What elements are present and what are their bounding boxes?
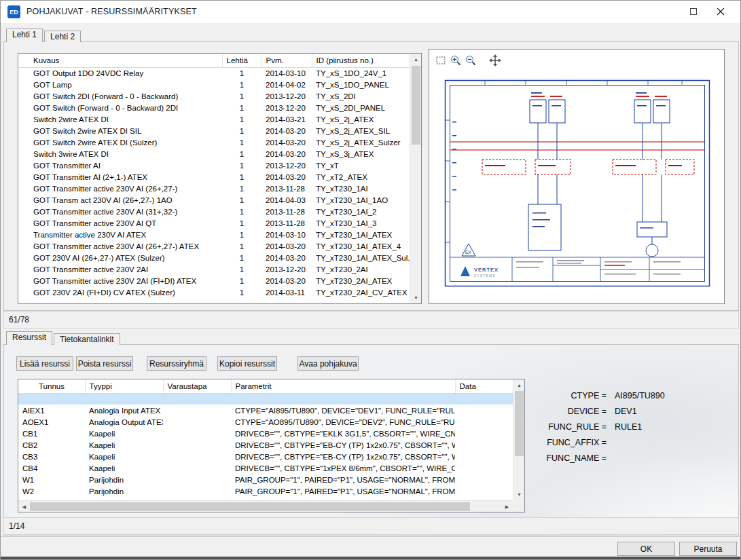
table-row[interactable]: GOT Switch (Forward - 0 - Backward) 2DI1…	[18, 102, 411, 113]
cell-kuvaus: Transmitter active 230V AI ATEX	[18, 229, 222, 240]
table-row[interactable]: Switch 3wire ATEX DI12014-03-20TY_xS_3j_…	[18, 148, 411, 160]
cell-kuvaus: GOT 230V 2AI (FI+DI) CV ATEX (Sulzer)	[18, 286, 222, 298]
scroll-right-icon[interactable]: ▶	[501, 501, 513, 512]
ok-button[interactable]: OK	[617, 542, 675, 556]
column-header-varaustapa[interactable]: Varaustapa	[163, 379, 231, 393]
cell-lehtia: 1	[222, 125, 261, 136]
detail-key: DEVICE =	[539, 407, 607, 416]
scrollbar-thumb[interactable]	[30, 502, 470, 511]
cell-kuvaus: GOT Transmitter active 230V 2AI	[18, 263, 222, 275]
column-header-parametrit[interactable]: Parametrit	[231, 379, 455, 393]
zoom-window-icon[interactable]	[433, 53, 448, 68]
tab-resurssit[interactable]: Resurssit	[6, 331, 52, 345]
zoom-in-icon[interactable]	[448, 53, 463, 68]
cell-tyyppi: Analogia Input ATEX	[85, 405, 163, 416]
cell-id: TY_xT230_2AI_ATEX	[312, 275, 411, 286]
cell-parametrit: CTYPE="AI895/TU890", DEVICE="DEV1", FUNC…	[231, 405, 455, 416]
table-row[interactable]: GOT Switch 2wire ATEX DI (Sulzer)12014-0…	[18, 136, 411, 148]
zoom-out-icon[interactable]	[463, 53, 478, 68]
table-row[interactable]: Transmitter active 230V AI ATEX12014-03-…	[18, 229, 411, 240]
open-template-button[interactable]: Avaa pohjakuva	[297, 356, 359, 371]
table-row[interactable]: GOT Transmitter active 230V AI (31+,32-)…	[18, 206, 411, 217]
column-header-lehtia[interactable]: Lehtiä	[222, 54, 261, 67]
pan-icon[interactable]	[488, 53, 503, 68]
detail-row: FUNC_RULE =RULE1	[539, 419, 737, 434]
cell-pvm: 2014-03-20	[261, 252, 312, 263]
table-row[interactable]: CB2KaapeliDRIVECB="", CBTYPE="EB-CY (TP)…	[18, 439, 514, 451]
column-header-tunnus[interactable]: Tunnus	[18, 379, 85, 393]
table-row[interactable]: W1ParijohdinPAIR_GROUP="1", PAIRED="P1",…	[18, 474, 514, 485]
tab-lehti-2[interactable]: Lehti 2	[44, 31, 81, 42]
detail-key: CTYPE =	[539, 391, 607, 400]
cell-pvm: 2014-03-20	[261, 125, 312, 136]
table-row[interactable]: AOEX1Analogia Output ATEXCTYPE="AO895/TU…	[18, 416, 514, 428]
add-resource-button[interactable]: Lisää resurssi	[16, 356, 73, 371]
cell-id: TY_xS_3j_ATEX	[312, 148, 411, 160]
cell-parametrit	[231, 393, 455, 405]
table-row[interactable]: CB1KaapeliDRIVECB="", CBTYPE="EKLK 3G1,5…	[18, 428, 514, 439]
table-row[interactable]: W2ParijohdinPAIR_GROUP="1", PAIRED="P1",…	[18, 485, 514, 497]
column-header-pvm[interactable]: Pvm.	[261, 54, 312, 67]
cell-lehtia: 1	[222, 263, 261, 275]
table-row[interactable]: GOT Transm act 230V AI (26+,27-) 1AO1201…	[18, 194, 411, 206]
table-row[interactable]	[18, 393, 514, 405]
cell-varaustapa	[163, 405, 231, 416]
table-row[interactable]: AIEX1Analogia Input ATEXCTYPE="AI895/TU8…	[18, 405, 514, 416]
resources-horizontal-scrollbar[interactable]: ◀ ▶	[18, 500, 513, 512]
remove-resource-button[interactable]: Poista resurssi	[76, 356, 133, 371]
resources-vertical-scrollbar[interactable]: ▲ ▼	[513, 379, 524, 500]
app-icon[interactable]: ED	[7, 5, 20, 18]
table-row[interactable]: Switch 2wire ATEX DI12014-03-21TY_xS_2j_…	[18, 113, 411, 125]
table-row[interactable]: GOT Output 1DO 24VDC Relay12014-03-10TY_…	[18, 67, 411, 79]
titlebar[interactable]: ED POHJAKUVAT - RESURSSIMÄÄRITYKSET	[1, 1, 740, 23]
copy-resources-button[interactable]: Kopioi resurssit	[217, 356, 277, 371]
tab-tietokantalinkit[interactable]: Tietokantalinkit	[54, 333, 120, 345]
cell-lehtia: 1	[222, 252, 261, 263]
table-row[interactable]: GOT Transmitter AI (2+,1-) ATEX12014-03-…	[18, 171, 411, 183]
scroll-down-icon[interactable]: ▼	[513, 489, 525, 500]
cell-data	[455, 451, 514, 462]
cancel-button[interactable]: Peruuta	[679, 542, 737, 556]
column-header-data[interactable]: Data	[455, 379, 514, 393]
scroll-up-icon[interactable]: ▲	[513, 379, 525, 391]
cell-lehtia: 1	[222, 206, 261, 217]
scroll-down-icon[interactable]: ▼	[410, 292, 422, 303]
cell-id: TY_xT230_1AI	[312, 183, 411, 194]
cell-id: TY_xT230_1AI_3	[312, 217, 411, 229]
column-header-kuvaus[interactable]: Kuvaus	[18, 54, 222, 67]
table-row[interactable]: CB4KaapeliDRIVECB="", CBTYPE="1xPEX 8/6m…	[18, 462, 514, 474]
scroll-up-icon[interactable]: ▲	[410, 54, 422, 65]
column-header-tyyppi[interactable]: Tyyppi	[85, 379, 163, 393]
table-row[interactable]: GOT Transmitter active 230V 2AI12013-12-…	[18, 263, 411, 275]
cell-id: TY_xT230_1AI_ATEX_4	[312, 240, 411, 252]
table-row[interactable]: GOT Transmitter active 230V AI (26+,27-)…	[18, 183, 411, 194]
window-title: POHJAKUVAT - RESURSSIMÄÄRITYKSET	[26, 7, 197, 16]
table-row[interactable]: GOT Lamp12014-04-02TY_xS_1DO_PANEL	[18, 79, 411, 90]
cell-pvm: 2013-12-20	[261, 90, 312, 102]
templates-vertical-scrollbar[interactable]: ▲ ▼	[410, 54, 421, 303]
table-row[interactable]: GOT Switch 2wire ATEX DI SIL12014-03-20T…	[18, 125, 411, 136]
table-row[interactable]: GOT 230V AI (26+,27-) ATEX (Sulzer)12014…	[18, 252, 411, 263]
scrollbar-thumb[interactable]	[515, 391, 524, 456]
table-row[interactable]: CB3KaapeliDRIVECB="", CBTYPE="EB-CY (TP)…	[18, 451, 514, 462]
resource-group-button[interactable]: Resurssiryhmä	[147, 356, 206, 371]
cell-tyyppi: Analogia Output ATEX	[85, 416, 163, 428]
table-row[interactable]: GOT Transmitter active 230V 2AI (FI+DI) …	[18, 275, 411, 286]
cell-varaustapa	[163, 439, 231, 451]
scrollbar-thumb[interactable]	[412, 66, 420, 145]
schematic-drawing[interactable]: Ex VERTEX SYSTEMS	[444, 79, 710, 287]
table-row[interactable]: GOT 230V 2AI (FI+DI) CV ATEX (Sulzer)120…	[18, 286, 411, 298]
table-row[interactable]: GOT Transmitter active 230V AI QT12013-1…	[18, 217, 411, 229]
table-row[interactable]: GOT Transmitter AI12013-12-20TY_xT	[18, 160, 411, 171]
tab-lehti-1[interactable]: Lehti 1	[6, 29, 43, 42]
column-header-id[interactable]: ID (piirustus no.)	[312, 54, 411, 67]
cell-tunnus: AIEX1	[18, 405, 85, 416]
table-row[interactable]: GOT Transmitter active 230V AI (26+,27-)…	[18, 240, 411, 252]
drawing-preview-pane[interactable]: Ex VERTEX SYSTEMS	[429, 49, 725, 304]
table-row[interactable]: GOT Switch 2DI (Forward - 0 - Backward)1…	[18, 90, 411, 102]
bottom-edge-strip	[1, 557, 741, 560]
cell-id: TY_xS_1DO_PANEL	[312, 79, 411, 90]
detail-key: FUNC_NAME =	[539, 453, 607, 463]
scroll-left-icon[interactable]: ◀	[18, 501, 30, 512]
close-button[interactable]	[705, 1, 736, 22]
